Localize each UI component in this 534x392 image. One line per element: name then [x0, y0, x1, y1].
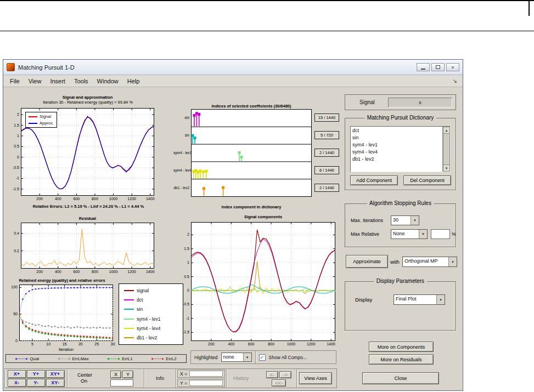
row-label-sym4-lev1: sym4 - lev1: [173, 151, 189, 155]
history-back-button[interactable]: <-: [266, 371, 278, 378]
legend-label-errlmax: ErrLMax: [72, 356, 89, 361]
legend-swatch-signal: [124, 290, 134, 291]
legend-label-dct: dct: [137, 297, 143, 303]
zoom-y-plus-button[interactable]: Y+: [27, 370, 46, 378]
scroll-down-icon[interactable]: ▼: [443, 164, 450, 172]
chevron-down-icon[interactable]: ▼: [243, 353, 251, 361]
zoom-xy-plus-button[interactable]: XY+: [46, 370, 65, 378]
dictionary-item-sym4-lev4[interactable]: sym4 - lev4: [352, 149, 441, 156]
view-axes-button[interactable]: View Axes: [299, 372, 332, 384]
center-x-button[interactable]: X: [110, 371, 121, 378]
history-first-button[interactable]: <<-: [272, 379, 286, 387]
legend-label-qual: Qual: [30, 356, 39, 361]
dictionary-group: Matching Pursuit Dictionary dct sin sym4…: [345, 118, 456, 190]
zoom-y-minus-button[interactable]: Y-: [27, 379, 46, 387]
show-all-components-checkbox[interactable]: ✓: [259, 354, 266, 361]
approximate-button[interactable]: Approximate: [346, 255, 388, 268]
dictionary-group-title: Matching Pursuit Dictionary: [364, 115, 437, 121]
menu-insert[interactable]: Insert: [46, 76, 70, 86]
legend-label-sin: sin: [137, 306, 143, 312]
max-relative-value: None: [391, 230, 419, 238]
legend-entry-sin: sin: [124, 306, 178, 312]
more-on-components-button[interactable]: More on Components: [369, 342, 434, 352]
title-bar[interactable]: Matching Pursuit 1-D ×: [3, 60, 463, 75]
add-component-button[interactable]: Add Component: [350, 175, 398, 185]
menu-view[interactable]: View: [24, 76, 46, 86]
close-window-button[interactable]: ×: [446, 63, 459, 71]
max-iterations-value: 30: [391, 216, 411, 225]
plot-xlabel: Index component in dictionary: [191, 204, 312, 209]
y-value-field: [189, 380, 223, 386]
energy-axes[interactable]: [19, 285, 113, 341]
menu-tools[interactable]: Tools: [70, 76, 93, 86]
maximize-button[interactable]: [431, 63, 445, 71]
show-all-components-label: Show All Compo...: [269, 355, 307, 360]
max-relative-dropdown[interactable]: None ▼: [391, 229, 428, 239]
highlighted-label: Highlighted: [194, 355, 218, 360]
dictionary-listbox[interactable]: dct sin sym4 - lev1 sym4 - lev4 db1 - le…: [350, 126, 451, 172]
method-dropdown[interactable]: Orthogonal MP ▼: [402, 257, 457, 267]
info-label: Info: [156, 376, 164, 381]
max-relative-percent-field[interactable]: [431, 229, 450, 239]
menu-window[interactable]: Window: [93, 76, 123, 86]
dictionary-item-sin[interactable]: sin: [352, 134, 441, 141]
more-on-residuals-button[interactable]: More on Residuals: [369, 354, 434, 365]
zoom-x-plus-button[interactable]: X+: [8, 370, 26, 378]
dictionary-item-dct[interactable]: dct: [352, 127, 441, 134]
display-label: Display: [355, 297, 372, 303]
legend-entry-sym4-lev4: sym4 - lev4: [124, 326, 178, 331]
listbox-scrollbar[interactable]: ▲ ▼: [442, 127, 450, 172]
dictionary-item-sym4-lev1[interactable]: sym4 - lev1: [352, 141, 441, 149]
coefficients-axes[interactable]: [191, 109, 312, 197]
display-value: Final Plot: [394, 295, 436, 304]
chevron-down-icon[interactable]: ▼: [419, 230, 427, 238]
history-section: History <- -> <<-: [227, 369, 297, 388]
legend-entry-errl2: ErrL2: [151, 356, 177, 361]
scroll-up-icon[interactable]: ▲: [443, 127, 450, 134]
info-section: Info: [144, 369, 176, 388]
legend-entry-qual: Qual: [15, 356, 39, 361]
zoom-xy-minus-button[interactable]: XY-: [46, 379, 65, 387]
center-y-button[interactable]: Y: [122, 371, 133, 378]
legend-label-db1-lev2: db1 - lev2: [137, 335, 157, 340]
y-coordinate-row: Y =: [177, 379, 225, 387]
chevron-down-icon[interactable]: ▼: [448, 257, 457, 266]
window-title: Matching Pursuit 1-D: [18, 64, 417, 71]
highlighted-dropdown[interactable]: none ▼: [221, 353, 252, 362]
stopping-rules-title: Algorithm Stopping Rules: [367, 200, 434, 206]
legend-entry-sym4-lev1: sym4 - lev1: [124, 316, 178, 322]
bottom-toolbar: X+ Y+ XY+ X- Y- XY- Center On X Y Info X…: [4, 368, 337, 388]
coordinates-section: X = Y =: [176, 369, 227, 388]
history-label: History: [233, 376, 249, 381]
residual-axes[interactable]: [21, 223, 154, 269]
display-parameters-group: Display Parameters Display Final Plot ▼: [345, 281, 456, 331]
plot-signal-components: Signal components 2004006008001000120014…: [173, 212, 339, 349]
minimize-button[interactable]: [417, 63, 430, 71]
menu-file[interactable]: File: [5, 76, 24, 86]
center-value-field[interactable]: [110, 379, 133, 387]
chevron-down-icon[interactable]: ▼: [411, 216, 419, 225]
dictionary-item-db1-lev2[interactable]: db1 - lev2: [352, 156, 441, 163]
divider: [255, 351, 256, 363]
highlighted-panel: Highlighted none ▼ ✓ Show All Compo...: [190, 350, 336, 364]
center-on-label-line2: On: [81, 378, 87, 384]
del-component-button[interactable]: Del Component: [403, 175, 451, 185]
chevron-down-icon[interactable]: ▼: [436, 295, 445, 304]
display-dropdown[interactable]: Final Plot ▼: [394, 294, 445, 305]
legend-label-sym4-lev1: sym4 - lev1: [137, 316, 160, 322]
scrollbar-thumb[interactable]: [443, 134, 450, 164]
zoom-x-minus-button[interactable]: X-: [8, 379, 26, 387]
dock-figure-icon[interactable]: ↘: [453, 78, 457, 84]
menu-help[interactable]: Help: [123, 76, 144, 86]
plot-title: Residual: [21, 216, 154, 221]
legend-swatch-sym4-lev4: [124, 328, 134, 329]
decor-top-line: [0, 0, 534, 1]
max-iterations-dropdown[interactable]: 30 ▼: [391, 215, 419, 225]
legend-label-errl2: ErrL2: [166, 356, 177, 361]
close-button[interactable]: Close: [362, 372, 439, 384]
history-forward-button[interactable]: ->: [279, 371, 291, 378]
legend-swatch-signal: [29, 116, 37, 117]
highlighted-value: none: [222, 353, 243, 361]
energy-legend: Qual ErrLMax ErrL1 ErrL2: [5, 354, 187, 363]
components-axes[interactable]: [191, 222, 335, 341]
